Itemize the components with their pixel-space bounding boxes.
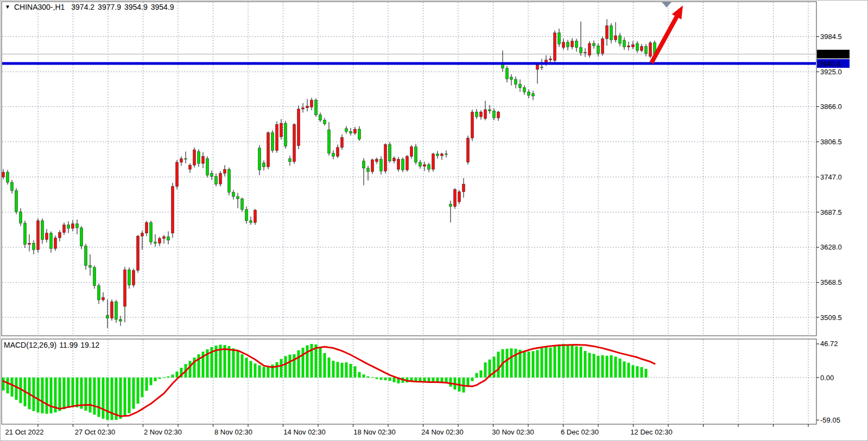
candle-body: [571, 41, 574, 47]
candle-body: [180, 158, 183, 162]
macd-bar: [89, 378, 92, 412]
macd-bar: [541, 348, 543, 378]
candle-body: [337, 148, 339, 156]
candle-body: [241, 199, 244, 210]
macd-bar: [341, 363, 344, 378]
candle-body: [523, 88, 526, 92]
candle-body: [354, 129, 357, 133]
candle-body: [76, 223, 79, 228]
macd-bar: [623, 361, 626, 378]
macd-bar: [554, 346, 556, 378]
macd-bar: [610, 355, 613, 378]
candle-body: [63, 225, 66, 233]
candle-body: [397, 159, 400, 170]
candle-body: [519, 84, 522, 88]
candle-body: [619, 36, 622, 43]
candle-body: [185, 158, 187, 159]
macd-bar: [102, 378, 105, 419]
hline-badge-label: 3940.4: [819, 60, 841, 68]
candle-body: [536, 65, 539, 69]
candle-body: [250, 221, 252, 222]
macd-bar: [497, 351, 500, 378]
macd-bar: [549, 348, 552, 378]
macd-axis-label: 46.72: [820, 340, 838, 348]
candle-body: [89, 266, 92, 267]
macd-bar: [593, 354, 595, 378]
candle-body: [306, 106, 309, 108]
candle-body: [215, 176, 218, 184]
macd-bar: [41, 378, 44, 413]
macd-bar: [480, 370, 483, 378]
macd-bar: [380, 378, 383, 380]
macd-bar: [597, 356, 600, 378]
macd-bar: [254, 363, 257, 378]
quote-open: 3974.2: [71, 3, 94, 11]
current-price-badge-label: 3954.9: [819, 50, 841, 58]
macd-bar: [601, 355, 604, 378]
candle-body: [54, 238, 57, 248]
candle-body: [115, 302, 118, 319]
symbol-dropdown-icon[interactable]: ▼: [5, 4, 10, 10]
time-axis-label: 21 Oct 2022: [5, 428, 44, 436]
candle-body: [198, 151, 200, 163]
candle-body: [410, 147, 413, 156]
macd-bar: [280, 359, 283, 378]
macd-bar: [619, 359, 622, 378]
candle-body: [389, 144, 391, 161]
macd-bar: [350, 364, 352, 378]
candle-body: [237, 196, 239, 199]
macd-bar: [267, 367, 270, 378]
macd-bar: [167, 376, 170, 378]
macd-bar: [510, 348, 513, 378]
time-axis-label: 30 Nov 02:30: [492, 428, 534, 436]
candle-body: [480, 112, 483, 117]
candle-body: [645, 46, 648, 53]
macd-bar: [119, 378, 122, 419]
macd-bar: [245, 357, 248, 378]
time-axis-label: 6 Dec 02:30: [561, 428, 599, 436]
macd-bar: [159, 378, 161, 379]
candle-body: [59, 233, 61, 238]
macd-bar: [345, 362, 348, 378]
macd-bar: [636, 366, 639, 378]
candle-body: [163, 237, 166, 238]
candle-body: [193, 150, 196, 165]
candle-body: [436, 154, 439, 156]
candle-body: [111, 302, 113, 318]
candle-body: [206, 158, 209, 175]
macd-bar: [76, 378, 79, 407]
candle-body: [271, 133, 274, 151]
macd-bar: [237, 351, 239, 378]
candle-body: [119, 319, 122, 321]
candle-body: [93, 267, 96, 286]
candle-body: [211, 174, 213, 176]
macd-bar: [493, 357, 496, 378]
candle-body: [137, 236, 140, 270]
macd-bar: [232, 348, 235, 378]
candle-body: [567, 42, 569, 47]
candle-body: [85, 246, 87, 266]
candle-body: [649, 43, 652, 56]
price-axis-label: 3568.5: [820, 278, 842, 286]
chart-canvas[interactable]: 3984.53925.03866.03806.53747.03687.53628…: [0, 0, 868, 441]
macd-bar: [67, 378, 70, 408]
macd-bar: [141, 378, 144, 397]
price-axis-label: 3628.0: [820, 243, 842, 251]
candle-body: [528, 92, 530, 95]
price-axis-label: 3806.5: [820, 138, 842, 146]
candle-body: [302, 108, 305, 109]
macd-bar: [33, 378, 35, 411]
candle-body: [593, 43, 595, 46]
macd-bar: [189, 361, 192, 378]
macd-bar: [523, 350, 526, 378]
macd-bar: [98, 378, 100, 417]
candle-body: [345, 129, 348, 131]
macd-bar: [614, 357, 617, 378]
candle-body: [258, 148, 261, 170]
candle-body: [20, 212, 22, 223]
macd-bar: [154, 378, 157, 381]
candle-body: [580, 48, 582, 53]
candle-body: [575, 41, 578, 48]
candle-body: [393, 158, 396, 161]
macd-bar: [528, 351, 530, 378]
